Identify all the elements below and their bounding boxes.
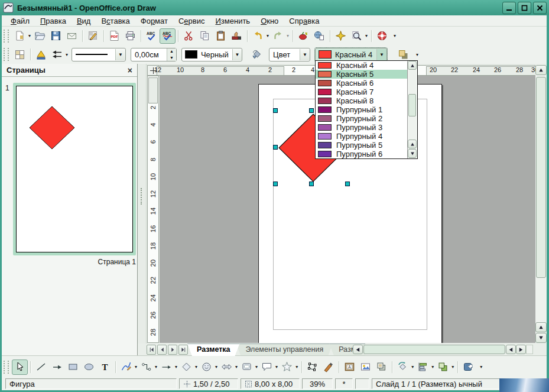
fill-type-combo[interactable]: Цвет ▼ xyxy=(269,48,310,61)
selection-handle[interactable] xyxy=(309,108,314,113)
arrow-style-button[interactable] xyxy=(49,47,65,62)
line-color-dropdown-arrow[interactable]: ▼ xyxy=(232,49,242,60)
fill-color-combo[interactable]: Красный 4 ▼ xyxy=(315,48,387,61)
fill-color-dropdown-arrow[interactable]: ▼ xyxy=(376,49,386,60)
arrow-button[interactable] xyxy=(49,359,65,375)
maximize-button[interactable] xyxy=(518,2,531,14)
panel-splitter[interactable] xyxy=(138,64,147,344)
fontwork-button[interactable] xyxy=(320,359,336,375)
minimize-button[interactable] xyxy=(502,2,516,14)
format-paintbrush-button[interactable] xyxy=(229,28,245,44)
menu-item-Вид[interactable]: Вид xyxy=(72,16,96,26)
lines-arrows-button[interactable] xyxy=(158,359,174,375)
block-arrows-button[interactable] xyxy=(219,359,235,375)
zoom-dropdown-arrow[interactable]: ▾ xyxy=(365,33,368,38)
layer-tab-Разметка[interactable]: Разметка xyxy=(187,344,240,356)
close-button[interactable] xyxy=(533,2,547,14)
layer-tab-Элементы управления[interactable]: Элементы управления xyxy=(236,344,333,356)
color-option-Пурпурный 4[interactable]: Пурпурный 4 xyxy=(316,132,417,141)
scroll-up-button[interactable] xyxy=(535,65,547,75)
area-fill-button[interactable] xyxy=(248,47,264,62)
toolbar-overflow-arrow[interactable]: ▾ xyxy=(480,364,482,370)
email-button[interactable] xyxy=(64,28,80,44)
align-dropdown-arrow[interactable]: ▾ xyxy=(431,364,434,370)
edit-points-draw-button[interactable] xyxy=(304,359,320,375)
fill-type-dropdown-arrow[interactable]: ▼ xyxy=(300,49,310,60)
cut-button[interactable] xyxy=(181,28,197,44)
selection-handle[interactable] xyxy=(309,182,314,186)
flowchart-button[interactable] xyxy=(239,359,255,375)
horizontal-scroll-thumb[interactable] xyxy=(363,345,505,354)
dropdown-scrollbar[interactable] xyxy=(407,61,417,158)
gallery-button[interactable] xyxy=(295,28,311,44)
menu-item-Изменить[interactable]: Изменить xyxy=(210,16,255,26)
from-file-button[interactable] xyxy=(358,359,373,375)
rotate-button[interactable] xyxy=(395,359,411,375)
scroll-down-button[interactable] xyxy=(535,333,547,343)
horizontal-scrollbar[interactable] xyxy=(353,345,533,354)
stars-button[interactable] xyxy=(279,359,295,375)
color-option-Пурпурный 5[interactable]: Пурпурный 5 xyxy=(316,141,417,150)
text-button[interactable]: T xyxy=(97,359,113,375)
rectangle-button[interactable] xyxy=(65,359,81,375)
color-option-Красный 6[interactable]: Красный 6 xyxy=(316,79,417,88)
open-button[interactable] xyxy=(32,28,48,44)
tab-nav-last-button[interactable] xyxy=(178,345,188,355)
basic-shapes-dropdown-arrow[interactable]: ▾ xyxy=(195,364,197,370)
scroll-up-button-2[interactable] xyxy=(535,322,547,332)
selection-handle[interactable] xyxy=(273,145,278,150)
selection-handle[interactable] xyxy=(273,108,278,113)
dropdown-scroll-down-button[interactable] xyxy=(408,149,417,158)
arrange-button[interactable] xyxy=(435,359,451,375)
color-option-Красный 5[interactable]: Красный 5 xyxy=(316,70,417,79)
menu-item-Справка[interactable]: Справка xyxy=(284,16,324,26)
connector-button[interactable] xyxy=(138,359,154,375)
undo-button[interactable] xyxy=(250,28,266,44)
new-dropdown-arrow[interactable]: ▾ xyxy=(28,33,31,38)
line-color-combo[interactable]: Черный ▼ xyxy=(181,48,242,61)
symbol-shapes-dropdown-arrow[interactable]: ▾ xyxy=(215,364,217,370)
spin-up-arrow[interactable]: ▲ xyxy=(167,48,176,55)
copy-button[interactable] xyxy=(197,28,213,44)
tab-nav-previous-button[interactable] xyxy=(157,345,167,355)
line-button[interactable] xyxy=(33,359,49,375)
rotate-dropdown-arrow[interactable]: ▾ xyxy=(411,364,414,370)
splitter-handle[interactable] xyxy=(141,188,144,205)
line-style-dropdown-arrow[interactable]: ▼ xyxy=(115,49,125,60)
block-arrows-dropdown-arrow[interactable]: ▾ xyxy=(235,364,238,370)
color-option-Пурпурный 3[interactable]: Пурпурный 3 xyxy=(316,123,417,132)
spellcheck-button[interactable]: ABC xyxy=(144,28,160,44)
callouts-button[interactable] xyxy=(259,359,275,375)
navigator-button[interactable] xyxy=(333,28,349,44)
curve-dropdown-arrow[interactable]: ▾ xyxy=(135,364,137,370)
edit-points-button[interactable] xyxy=(33,47,49,62)
undo-dropdown-arrow[interactable]: ▾ xyxy=(267,33,269,38)
arrow-style-dropdown-arrow[interactable]: ▾ xyxy=(66,52,68,57)
auto-spellcheck-button[interactable]: ABC xyxy=(160,28,176,44)
line-style-combo[interactable]: ▼ xyxy=(72,48,126,61)
export-pdf-button[interactable]: PDF xyxy=(106,28,122,44)
connector-dropdown-arrow[interactable]: ▾ xyxy=(155,364,157,370)
tab-nav-first-button[interactable] xyxy=(147,345,156,355)
save-button[interactable] xyxy=(48,28,64,44)
redo-dropdown-arrow[interactable]: ▾ xyxy=(287,33,289,38)
dropdown-scroll-up-button-2[interactable] xyxy=(408,140,417,148)
hyperlink-button[interactable] xyxy=(311,28,327,44)
menu-item-Вставка[interactable]: Вставка xyxy=(96,16,135,26)
menu-item-Файл[interactable]: Файл xyxy=(5,16,35,26)
menu-item-Окно[interactable]: Окно xyxy=(255,16,284,26)
dropdown-scroll-thumb[interactable] xyxy=(408,94,416,116)
panel-close-icon[interactable]: × xyxy=(128,66,132,74)
selection-handle[interactable] xyxy=(345,182,350,186)
menu-item-Формат[interactable]: Формат xyxy=(135,16,173,26)
toolbar-overflow-arrow[interactable]: ▾ xyxy=(394,33,396,38)
toolbar-grip[interactable] xyxy=(4,30,9,43)
basic-shapes-button[interactable] xyxy=(178,359,194,375)
print-button[interactable] xyxy=(122,28,138,44)
scroll-left-button[interactable] xyxy=(353,345,363,354)
help-button[interactable] xyxy=(374,28,390,44)
scroll-right-button[interactable] xyxy=(516,345,526,354)
paste-button[interactable] xyxy=(213,28,229,44)
color-option-Красный 4[interactable]: Красный 4 xyxy=(316,61,417,70)
toolbar-grip[interactable] xyxy=(4,361,9,374)
